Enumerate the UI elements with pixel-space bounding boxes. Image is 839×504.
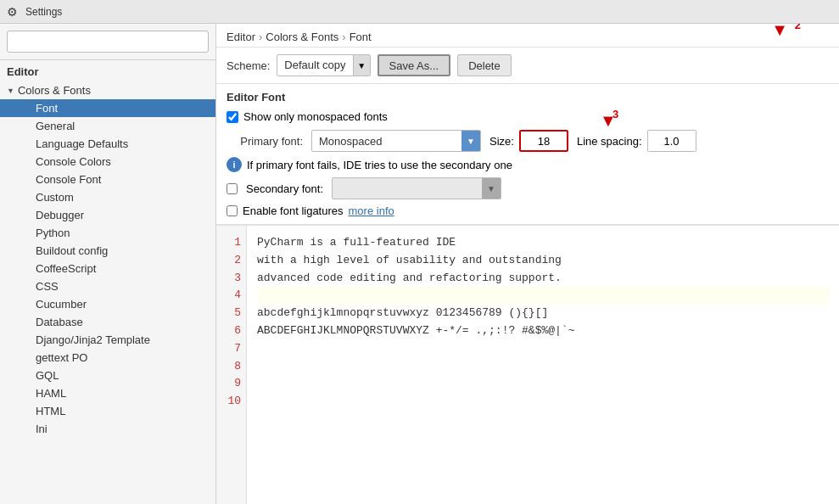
secondary-font-select[interactable]: ▼	[332, 177, 501, 199]
primary-font-dropdown-btn[interactable]: ▼	[461, 130, 480, 152]
more-info-link[interactable]: more info	[349, 204, 394, 217]
title-bar-label: Settings	[25, 6, 62, 18]
editor-font-title: Editor Font	[227, 91, 829, 104]
breadcrumb-sep-2: ›	[342, 31, 345, 43]
enable-ligatures-checkbox[interactable]	[227, 205, 238, 216]
size-input[interactable]	[519, 130, 568, 152]
annotation-2-arrow: ▼	[771, 24, 788, 40]
delete-button[interactable]: Delete	[457, 54, 512, 76]
code-line-7	[257, 340, 829, 358]
sidebar-item-gql-label: GQL	[36, 369, 59, 382]
sidebar-item-coffeescript-label: CoffeeScript	[36, 262, 96, 275]
line-num-8: 8	[221, 358, 241, 376]
sidebar-item-haml[interactable]: HAML	[0, 384, 215, 402]
sidebar-item-gettext-po-label: gettext PO	[36, 351, 87, 364]
show-monospaced-checkbox[interactable]	[227, 111, 238, 123]
main-container: Editor ▼ Colors & Fonts 1 Font General L…	[0, 24, 839, 504]
sidebar-item-console-font[interactable]: Console Font	[0, 171, 215, 188]
sidebar-item-ini-label: Ini	[36, 423, 48, 435]
sidebar-item-font-label: Font	[36, 102, 58, 115]
sidebar-item-buildout-config[interactable]: Buildout config	[0, 242, 215, 260]
sidebar-item-ini[interactable]: Ini	[0, 420, 215, 438]
scheme-dropdown-btn[interactable]: ▼	[353, 54, 370, 76]
sidebar-content: Editor ▼ Colors & Fonts 1 Font General L…	[0, 60, 215, 504]
ligature-row: Enable font ligatures more info	[227, 204, 829, 217]
secondary-font-dropdown-btn[interactable]: ▼	[482, 177, 501, 199]
sidebar-item-custom[interactable]: Custom	[0, 188, 215, 206]
sidebar-item-console-font-label: Console Font	[36, 173, 101, 186]
line-num-10: 10	[221, 393, 241, 411]
info-icon: i	[227, 157, 242, 172]
preview-area: 1 2 3 4 5 6 7 8 9 10 PyCharm is a full-f…	[216, 225, 839, 504]
sidebar-item-gettext-po[interactable]: gettext PO	[0, 349, 215, 367]
code-line-9	[257, 375, 829, 393]
sidebar-item-django-jinja[interactable]: Django/Jinja2 Template	[0, 331, 215, 349]
code-line-2: with a high level of usability and outst…	[257, 252, 829, 270]
secondary-font-checkbox[interactable]	[227, 183, 238, 194]
info-text: If primary font fails, IDE tries to use …	[247, 159, 512, 171]
line-spacing-input[interactable]	[647, 130, 696, 152]
sidebar-item-gql[interactable]: GQL	[0, 367, 215, 384]
enable-ligatures-label: Enable font ligatures	[243, 204, 344, 217]
line-num-6: 6	[221, 322, 241, 340]
code-line-4	[257, 287, 829, 305]
app-icon: ⚙	[7, 5, 20, 19]
sidebar-item-cucumber[interactable]: Cucumber	[0, 295, 215, 313]
scheme-select[interactable]: Default copy ▼	[277, 54, 370, 76]
sidebar-item-database[interactable]: Database	[0, 313, 215, 331]
expand-triangle-icon: ▼	[7, 87, 14, 95]
sidebar-group-colors-fonts[interactable]: ▼ Colors & Fonts 1	[0, 81, 215, 99]
title-bar: ⚙ Settings	[0, 0, 839, 24]
primary-font-select[interactable]: Monospaced ▼	[311, 130, 481, 152]
line-spacing-label: Line spacing:	[577, 135, 642, 148]
code-line-8	[257, 358, 829, 376]
sidebar-item-font[interactable]: Font	[0, 99, 215, 117]
annotation-3-label: 3	[612, 108, 618, 120]
scheme-value: Default copy	[277, 54, 352, 76]
save-as-button[interactable]: Save As...	[378, 54, 451, 76]
scheme-label: Scheme:	[227, 59, 270, 72]
sidebar-item-console-colors-label: Console Colors	[36, 155, 111, 168]
line-num-5: 5	[221, 305, 241, 322]
line-num-2: 2	[221, 252, 241, 270]
sidebar-item-general-label: General	[36, 120, 75, 132]
sidebar-item-debugger-label: Debugger	[36, 209, 84, 221]
sidebar-item-general[interactable]: General	[0, 117, 215, 135]
code-preview: PyCharm is a full-featured IDE with a hi…	[247, 226, 839, 504]
breadcrumb-colors-fonts: Colors & Fonts	[266, 31, 338, 43]
sidebar-item-html[interactable]: HTML	[0, 402, 215, 420]
breadcrumb: Editor › Colors & Fonts › Font ▼ 2	[216, 24, 839, 48]
sidebar-item-python[interactable]: Python	[0, 224, 215, 242]
sidebar-item-django-jinja-label: Django/Jinja2 Template	[36, 333, 150, 346]
size-wrapper: Size:	[489, 130, 568, 152]
sidebar-item-buildout-config-label: Buildout config	[36, 244, 108, 257]
toolbar: Scheme: Default copy ▼ Save As... Delete	[216, 48, 839, 84]
sidebar-item-python-label: Python	[36, 227, 70, 239]
line-num-3: 3	[221, 270, 241, 288]
primary-font-row: Primary font: Monospaced ▼ Size: Line sp…	[227, 130, 829, 152]
line-num-7: 7	[221, 340, 241, 358]
sidebar-item-haml-label: HAML	[36, 387, 66, 400]
editor-font-section: Editor Font Show only monospaced fonts P…	[216, 84, 839, 225]
show-monospaced-row: Show only monospaced fonts	[227, 110, 829, 123]
code-line-10	[257, 393, 829, 411]
sidebar-item-language-defaults[interactable]: Language Defaults	[0, 135, 215, 153]
line-num-9: 9	[221, 375, 241, 393]
sidebar-item-debugger[interactable]: Debugger	[0, 206, 215, 224]
search-input[interactable]	[7, 31, 209, 53]
annotation-2-label: 2	[795, 24, 801, 31]
code-line-1: PyCharm is a full-featured IDE	[257, 234, 829, 252]
sidebar-item-coffeescript[interactable]: CoffeeScript	[0, 260, 215, 277]
line-numbers: 1 2 3 4 5 6 7 8 9 10	[216, 226, 247, 504]
breadcrumb-editor: Editor	[227, 31, 255, 43]
code-line-6: ABCDEFGHIJKLMNOPQRSTUVWXYZ +-*/= .,;:!? …	[257, 322, 829, 340]
sidebar-item-cucumber-label: Cucumber	[36, 298, 87, 311]
sidebar-item-css[interactable]: CSS	[0, 277, 215, 295]
secondary-font-label: Secondary font:	[246, 182, 323, 195]
line-num-1: 1	[221, 234, 241, 252]
primary-font-value: Monospaced	[312, 135, 461, 148]
sidebar-group-label: Colors & Fonts	[18, 84, 91, 97]
sidebar-item-console-colors[interactable]: Console Colors	[0, 153, 215, 171]
breadcrumb-sep-1: ›	[259, 31, 262, 43]
editor-section-label: Editor	[0, 60, 215, 81]
